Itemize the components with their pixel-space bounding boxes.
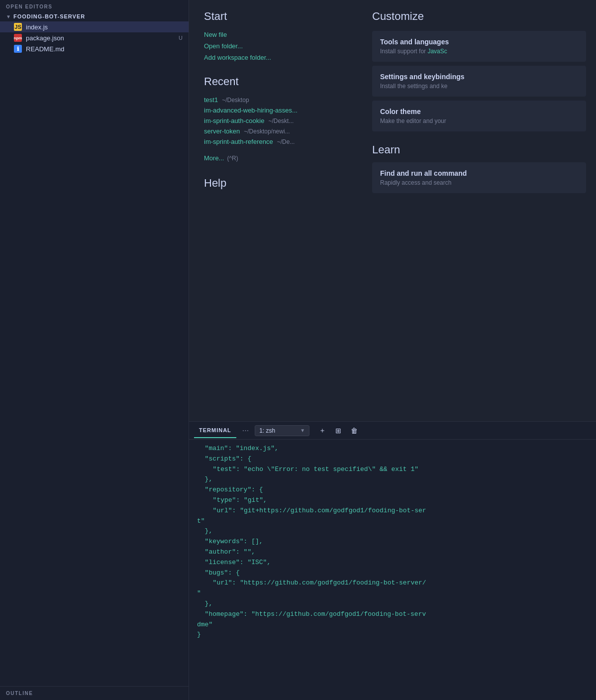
recent-item-2[interactable]: im-sprint-auth-cookie ~/Deskt... [204,117,352,124]
find-commands-card[interactable]: Find and run all command Rapidly access … [372,162,586,193]
terminal-add-button[interactable]: ＋ [315,424,329,438]
terminal-line: "url": "git+https://github.com/godfgod1/… [197,506,588,516]
tools-title: Tools and languages [380,38,578,46]
settings-title: Settings and keybindings [380,73,578,81]
terminal-split-button[interactable]: ⊞ [331,424,345,438]
recent-name-1[interactable]: im-advanced-web-hiring-asses... [204,107,298,114]
terminal-line: "license": "ISC", [197,558,588,568]
terminal-tab[interactable]: TERMINAL [194,423,236,438]
terminal-line: }, [197,526,588,537]
file-name-indexjs: index.js [26,23,48,31]
terminal-line: "scripts": { [197,454,588,465]
file-badge-packagejson: U [179,35,183,41]
terminal-line: "type": "git", [197,495,588,506]
recent-path-3: ~/Desktop/newi... [244,128,290,135]
recent-item-1[interactable]: im-advanced-web-hiring-asses... [204,107,352,114]
recent-name-3[interactable]: server-token [204,127,240,135]
terminal-line: }, [197,474,588,485]
settings-card[interactable]: Settings and keybindings Install the set… [372,66,586,97]
more-shortcut: (^R) [227,155,238,162]
recent-path-0: ~/Desktop [222,97,249,104]
sidebar: OPEN EDITORS ▼ FOODING-BOT-SERVER JS ind… [0,0,189,700]
welcome-panel: Start New file Open folder... Add worksp… [189,0,596,421]
recent-path-2: ~/Deskt... [268,117,294,124]
file-name-readme: README.md [26,45,64,53]
color-theme-desc: Make the editor and your [380,117,578,124]
tools-desc: Install support for JavaSc [380,48,578,55]
open-folder-link[interactable]: Open folder... [204,42,352,50]
recent-path-4: ~/De... [277,138,295,145]
sidebar-item-readme[interactable]: ℹ README.md [0,43,189,54]
folder-name: FOODING-BOT-SERVER [13,13,85,19]
find-commands-desc: Rapidly access and search [380,179,578,186]
sidebar-item-indexjs[interactable]: JS index.js [0,21,189,32]
terminal-body[interactable]: "main": "index.js", "scripts": { "test":… [189,440,596,700]
terminal-line: dme" [197,620,588,630]
content-area: Start New file Open folder... Add worksp… [189,0,596,700]
shell-arrow-icon: ▼ [300,428,305,433]
new-file-link[interactable]: New file [204,31,352,38]
terminal-line: "repository": { [197,485,588,495]
sidebar-folder[interactable]: ▼ FOODING-BOT-SERVER [0,11,189,21]
tools-highlight: JavaSc [427,48,447,55]
settings-desc: Install the settings and ke [380,83,578,90]
outline-label: OUTLINE [0,686,189,700]
customize-heading: Customize [372,10,586,23]
file-name-packagejson: package.json [26,34,64,42]
terminal-line: "bugs": { [197,568,588,579]
terminal-tabs: TERMINAL ··· 1: zsh ▼ ＋ ⊞ 🗑 [189,422,596,440]
terminal-line: "main": "index.js", [197,444,588,454]
recent-name-4[interactable]: im-sprint-auth-reference [204,138,273,145]
add-workspace-link[interactable]: Add workspace folder... [204,54,352,61]
npm-icon: npm [14,34,22,42]
recent-item-4[interactable]: im-sprint-auth-reference ~/De... [204,138,352,145]
terminal-tab-dots[interactable]: ··· [240,424,251,437]
terminal-line: }, [197,599,588,609]
terminal-line: "url": "https://github.com/godfgod1/food… [197,578,588,588]
recent-heading: Recent [204,75,352,88]
tools-languages-card[interactable]: Tools and languages Install support for … [372,31,586,62]
terminal-actions: ＋ ⊞ 🗑 [315,424,361,438]
terminal-line: "keywords": [], [197,537,588,547]
info-icon: ℹ [14,45,22,53]
terminal-line: "test": "echo \"Error: no test specified… [197,465,588,475]
recent-item-0[interactable]: test1 ~/Desktop [204,96,352,104]
find-commands-title: Find and run all command [380,169,578,177]
terminal-line: "homepage": "https://github.com/godfgod1… [197,609,588,620]
main-area: OPEN EDITORS ▼ FOODING-BOT-SERVER JS ind… [0,0,596,700]
color-theme-card[interactable]: Color theme Make the editor and your [372,101,586,131]
terminal-section: TERMINAL ··· 1: zsh ▼ ＋ ⊞ 🗑 "main": "ind… [189,421,596,700]
chevron-icon: ▼ [6,14,11,19]
js-icon: JS [14,23,22,31]
terminal-trash-button[interactable]: 🗑 [347,424,361,438]
help-heading: Help [204,177,352,190]
welcome-left: Start New file Open folder... Add worksp… [189,0,367,421]
recent-name-0[interactable]: test1 [204,96,218,104]
open-editors-label: OPEN EDITORS [0,0,189,11]
terminal-line: t" [197,516,588,527]
terminal-line: "author": "", [197,547,588,558]
terminal-line: " [197,588,588,599]
more-link[interactable]: More... [204,154,224,162]
learn-heading: Learn [372,143,586,156]
recent-item-3[interactable]: server-token ~/Desktop/newi... [204,127,352,135]
start-heading: Start [204,10,352,23]
recent-name-2[interactable]: im-sprint-auth-cookie [204,117,264,124]
shell-selector[interactable]: 1: zsh ▼ [255,425,309,436]
shell-label: 1: zsh [259,427,275,434]
color-theme-title: Color theme [380,108,578,116]
terminal-line: } [197,630,588,640]
welcome-right: Customize Tools and languages Install su… [367,0,596,421]
sidebar-item-packagejson[interactable]: npm package.json U [0,32,189,43]
